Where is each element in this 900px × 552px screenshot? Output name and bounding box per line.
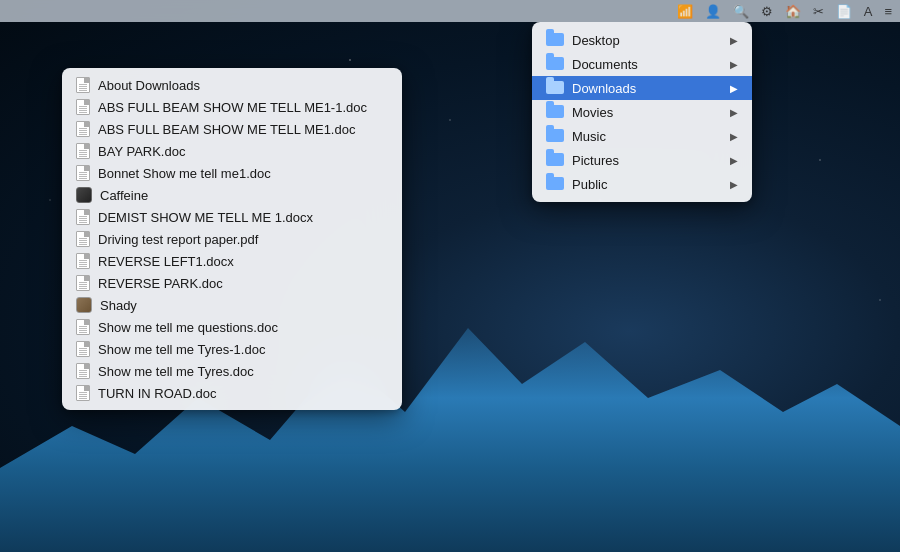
folder-icon [546, 33, 564, 47]
scissors-icon[interactable]: ✂ [813, 4, 824, 19]
menu-item-public[interactable]: Public ▶ [532, 172, 752, 196]
document-file-icon [76, 253, 90, 269]
folder-icon [546, 105, 564, 119]
list-item[interactable]: TURN IN ROAD.doc [62, 382, 402, 404]
menu-item-downloads-label: Downloads [572, 81, 636, 96]
caffeine-app-icon [76, 187, 92, 203]
list-item[interactable]: ABS FULL BEAM SHOW ME TELL ME1-1.doc [62, 96, 402, 118]
folder-icon [546, 153, 564, 167]
document-icon[interactable]: 📄 [836, 4, 852, 19]
list-icon[interactable]: ≡ [884, 4, 892, 19]
document-file-icon [76, 77, 90, 93]
submenu-arrow-icon: ▶ [730, 179, 738, 190]
list-item[interactable]: Show me tell me Tyres-1.doc [62, 338, 402, 360]
file-label: ABS FULL BEAM SHOW ME TELL ME1.doc [98, 122, 355, 137]
menu-item-public-label: Public [572, 177, 607, 192]
submenu-arrow-icon: ▶ [730, 35, 738, 46]
document-file-icon [76, 231, 90, 247]
menu-item-movies-label: Movies [572, 105, 613, 120]
file-label: Bonnet Show me tell me1.doc [98, 166, 271, 181]
list-item[interactable]: Show me tell me questions.doc [62, 316, 402, 338]
document-file-icon [76, 385, 90, 401]
shady-app-icon [76, 297, 92, 313]
submenu-arrow-icon: ▶ [730, 155, 738, 166]
menu-item-pictures-label: Pictures [572, 153, 619, 168]
submenu-arrow-icon: ▶ [730, 131, 738, 142]
list-item[interactable]: About Downloads [62, 74, 402, 96]
document-file-icon [76, 363, 90, 379]
menu-item-documents[interactable]: Documents ▶ [532, 52, 752, 76]
list-item[interactable]: REVERSE PARK.doc [62, 272, 402, 294]
menu-item-music[interactable]: Music ▶ [532, 124, 752, 148]
list-item[interactable]: Bonnet Show me tell me1.doc [62, 162, 402, 184]
document-file-icon [76, 99, 90, 115]
file-label: BAY PARK.doc [98, 144, 185, 159]
folder-icon [546, 129, 564, 143]
menu-item-desktop[interactable]: Desktop ▶ [532, 28, 752, 52]
list-item[interactable]: DEMIST SHOW ME TELL ME 1.docx [62, 206, 402, 228]
submenu-arrow-icon: ▶ [730, 59, 738, 70]
menu-item-music-label: Music [572, 129, 606, 144]
file-label: TURN IN ROAD.doc [98, 386, 216, 401]
list-item[interactable]: BAY PARK.doc [62, 140, 402, 162]
file-label: Show me tell me questions.doc [98, 320, 278, 335]
folder-icon-active [546, 81, 564, 95]
document-file-icon [76, 209, 90, 225]
downloads-submenu: About Downloads ABS FULL BEAM SHOW ME TE… [62, 68, 402, 410]
document-file-icon [76, 319, 90, 335]
menu-item-documents-label: Documents [572, 57, 638, 72]
submenu-arrow-icon: ▶ [730, 83, 738, 94]
folder-icon [546, 57, 564, 71]
file-label: Driving test report paper.pdf [98, 232, 258, 247]
menu-item-desktop-label: Desktop [572, 33, 620, 48]
wifi-icon[interactable]: 📶 [677, 4, 693, 19]
file-label: REVERSE LEFT1.docx [98, 254, 234, 269]
list-item[interactable]: Caffeine [62, 184, 402, 206]
file-label: Caffeine [100, 188, 148, 203]
search-icon[interactable]: 🔍 [733, 4, 749, 19]
file-label: Shady [100, 298, 137, 313]
document-file-icon [76, 341, 90, 357]
menu-item-downloads[interactable]: Downloads ▶ [532, 76, 752, 100]
document-file-icon [76, 121, 90, 137]
user-icon[interactable]: 👤 [705, 4, 721, 19]
file-label: REVERSE PARK.doc [98, 276, 223, 291]
list-item[interactable]: ABS FULL BEAM SHOW ME TELL ME1.doc [62, 118, 402, 140]
gear-icon[interactable]: ⚙ [761, 4, 773, 19]
home-icon[interactable]: 🏠 [785, 4, 801, 19]
document-file-icon [76, 165, 90, 181]
list-item[interactable]: REVERSE LEFT1.docx [62, 250, 402, 272]
menu-item-pictures[interactable]: Pictures ▶ [532, 148, 752, 172]
list-item[interactable]: Show me tell me Tyres.doc [62, 360, 402, 382]
file-label: DEMIST SHOW ME TELL ME 1.docx [98, 210, 313, 225]
document-file-icon [76, 275, 90, 291]
places-menu: Desktop ▶ Documents ▶ Downloads ▶ Movies… [532, 22, 752, 202]
file-label: Show me tell me Tyres-1.doc [98, 342, 265, 357]
text-icon[interactable]: A [864, 4, 873, 19]
menu-bar: 📶 👤 🔍 ⚙ 🏠 ✂ 📄 A ≡ [0, 0, 900, 22]
file-label: ABS FULL BEAM SHOW ME TELL ME1-1.doc [98, 100, 367, 115]
submenu-arrow-icon: ▶ [730, 107, 738, 118]
folder-icon [546, 177, 564, 191]
list-item[interactable]: Shady [62, 294, 402, 316]
document-file-icon [76, 143, 90, 159]
list-item[interactable]: Driving test report paper.pdf [62, 228, 402, 250]
menu-item-movies[interactable]: Movies ▶ [532, 100, 752, 124]
file-label: Show me tell me Tyres.doc [98, 364, 254, 379]
file-label: About Downloads [98, 78, 200, 93]
